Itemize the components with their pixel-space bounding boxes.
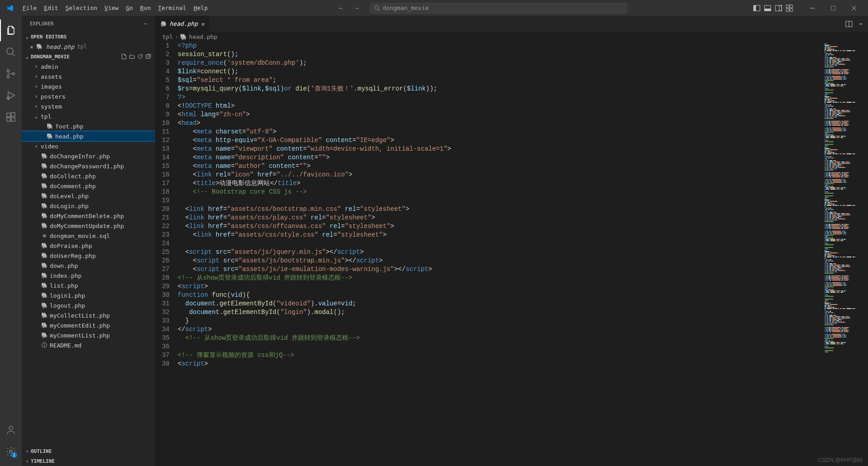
folder-item[interactable]: ⌄tpl [22,111,155,121]
chevron-down-icon: ⌄ [24,34,31,40]
file-item[interactable]: ≡dongman_movie.sql [22,231,155,241]
search-icon [374,5,380,11]
chevron-right-icon: › [33,73,39,80]
php-icon: 🐘 [41,182,48,190]
chevron-down-icon: ⌄ [24,54,31,60]
file-item[interactable]: 🐘doMyCommentDelete.php [22,211,155,221]
php-icon: 🐘 [41,282,48,289]
layout-sidebar-right-icon[interactable] [775,5,782,12]
sidebar-title: EXPLORER [30,21,54,27]
file-item[interactable]: 🐘myCommentEdit.php [22,320,155,330]
file-item[interactable]: 🐘logout.php [22,300,155,310]
svg-rect-9 [790,5,793,8]
file-item[interactable]: 🐘myCollectList.php [22,310,155,320]
close-tab-icon[interactable]: × [201,20,204,28]
layout-panel-icon[interactable] [764,5,771,12]
php-icon: 🐘 [41,162,48,170]
project-folder-header[interactable]: ⌄ DONGMAN_MOVIE [22,52,155,62]
chevron-down-icon: ⌄ [33,113,39,119]
menu-edit[interactable]: Edit [40,3,61,13]
sql-icon: ≡ [41,232,48,239]
menu-terminal[interactable]: Terminal [155,3,190,13]
editor-tab[interactable]: 🐘 head.php × [155,16,209,32]
minimap[interactable] [823,42,868,466]
folder-item[interactable]: ›system [22,101,155,111]
window-minimize-button[interactable] [802,0,823,16]
file-item[interactable]: 🐘doPraise.php [22,241,155,251]
search-text: dongman_movie [383,5,429,11]
window-close-button[interactable] [844,0,864,16]
vscode-logo-icon [6,5,14,12]
folder-item[interactable]: ›posters [22,91,155,101]
php-icon: 🐘 [41,292,48,299]
file-item[interactable]: 🐘doChangeInfor.php [22,151,155,161]
activity-explorer[interactable] [0,19,22,41]
folder-item[interactable]: ›admin [22,62,155,71]
menu-go[interactable]: Go [122,3,137,13]
close-icon[interactable]: × [30,43,33,50]
file-item[interactable]: ⓘREADME.md [22,340,155,350]
file-item[interactable]: 🐘doComment.php [22,181,155,191]
command-center-search[interactable]: dongman_movie [370,3,627,14]
menu-file[interactable]: File [19,3,40,13]
activity-accounts[interactable] [0,419,22,441]
timeline-header[interactable]: › TIMELINE [22,456,155,466]
file-item[interactable]: 🐘down.php [22,261,155,271]
breadcrumb-item[interactable]: head.php [189,33,217,40]
code-editor[interactable]: 1234567891011121314151617181920212223242… [155,42,868,466]
window-maximize-button[interactable] [823,0,844,16]
file-item[interactable]: 🐘doChangePassword1.php [22,161,155,171]
activity-source-control[interactable] [0,63,22,85]
file-item[interactable]: 🐘myCommentList.php [22,330,155,340]
new-file-icon[interactable] [121,53,127,60]
info-icon: ⓘ [41,342,48,349]
activity-run-debug[interactable] [0,85,22,106]
code-content[interactable]: <?phpsession_start();require_once('syste… [178,42,823,466]
file-item[interactable]: 🐘doUserReg.php [22,251,155,261]
file-item[interactable]: 🐘head.php [22,131,155,141]
chevron-right-icon: › [33,103,39,109]
outline-header[interactable]: › OUTLINE [22,446,155,456]
file-item[interactable]: 🐘doMyCommentUpdate.php [22,221,155,231]
layout-sidebar-left-icon[interactable] [753,5,760,12]
sidebar-more-icon[interactable]: ⋯ [144,21,147,27]
menu-run[interactable]: Run [137,3,154,13]
file-item[interactable]: 🐘foot.php [22,121,155,131]
php-icon: 🐘 [41,172,48,180]
collapse-all-icon[interactable] [145,53,151,60]
php-icon: 🐘 [46,133,53,140]
nav-back-icon[interactable]: ← [337,3,344,13]
svg-rect-25 [11,113,15,116]
file-item[interactable]: 🐘doCollect.php [22,171,155,181]
nav-forward-icon[interactable]: → [354,3,361,13]
svg-rect-6 [775,5,782,11]
breadcrumbs[interactable]: tpl › 🐘 head.php [155,32,868,42]
file-item[interactable]: 🐘login1.php [22,290,155,300]
activity-bar: 1 [0,16,22,466]
folder-item[interactable]: ›images [22,81,155,91]
breadcrumb-item[interactable]: tpl [162,33,173,40]
source-control-icon [5,68,16,79]
split-editor-icon[interactable] [845,20,853,28]
new-folder-icon[interactable] [129,53,135,60]
folder-item[interactable]: ›assets [22,71,155,81]
activity-search[interactable] [0,41,22,63]
refresh-icon[interactable] [137,53,143,60]
svg-rect-3 [754,5,756,11]
menu-help[interactable]: Help [190,3,211,13]
activity-settings[interactable]: 1 [0,441,22,462]
files-icon [5,25,16,36]
php-icon: 🐘 [41,302,48,309]
folder-item[interactable]: ›video [22,141,155,151]
more-actions-icon[interactable]: ⋯ [859,20,863,27]
menu-view[interactable]: View [101,3,122,13]
activity-extensions[interactable] [0,106,22,128]
file-item[interactable]: 🐘list.php [22,281,155,290]
open-editor-item[interactable]: × 🐘 head.php tpl [22,42,155,52]
file-item[interactable]: 🐘doLevel.php [22,191,155,201]
file-item[interactable]: 🐘index.php [22,271,155,281]
open-editors-header[interactable]: ⌄ OPEN EDITORS [22,32,155,42]
file-item[interactable]: 🐘doLogin.php [22,201,155,211]
menu-selection[interactable]: Selection [62,3,101,13]
layout-customize-icon[interactable] [786,5,793,12]
